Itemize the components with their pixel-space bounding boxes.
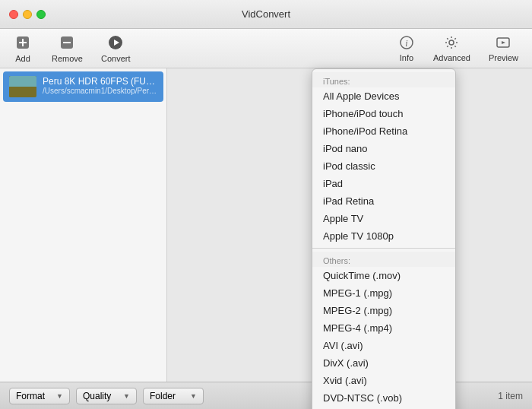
file-info: Peru 8K HDR 60FPS (FUHD).mp4 /Users/scma… bbox=[43, 76, 157, 95]
menu-item-all-apple[interactable]: All Apple Devices bbox=[312, 87, 455, 105]
format-dropdown-menu: iTunes: All Apple Devices iPhone/iPod to… bbox=[312, 68, 456, 409]
menu-item-iphone-retina[interactable]: iPhone/iPod Retina bbox=[312, 122, 455, 140]
menu-item-mpeg1[interactable]: MPEG-1 (.mpg) bbox=[312, 284, 455, 302]
menu-item-avi[interactable]: AVI (.avi) bbox=[312, 337, 455, 354]
svg-rect-14 bbox=[9, 87, 36, 97]
menu-item-dvd-ntsc[interactable]: DVD-NTSC (.vob) bbox=[312, 389, 455, 407]
toolbar-right: i Info Advanced Preview bbox=[391, 31, 526, 65]
info-icon: i bbox=[398, 34, 415, 51]
toolbar: Add Remove Convert bbox=[0, 29, 532, 68]
add-button[interactable]: Add bbox=[6, 30, 40, 66]
itunes-section-header: iTunes: bbox=[312, 72, 455, 87]
toolbar-left: Add Remove Convert bbox=[6, 30, 391, 66]
convert-label: Convert bbox=[101, 54, 131, 63]
menu-item-apple-tv[interactable]: Apple TV bbox=[312, 210, 455, 227]
remove-icon bbox=[58, 33, 76, 52]
svg-marker-11 bbox=[502, 41, 505, 44]
format-label: Format bbox=[16, 391, 45, 401]
right-panel: iTunes: All Apple Devices iPhone/iPod to… bbox=[167, 68, 532, 382]
others-section-header: Others: bbox=[312, 252, 455, 267]
advanced-button[interactable]: Advanced bbox=[426, 31, 478, 65]
preview-label: Preview bbox=[489, 53, 518, 62]
menu-item-ipod-nano[interactable]: iPod nano bbox=[312, 140, 455, 157]
quality-chevron: ▼ bbox=[123, 392, 130, 400]
svg-text:i: i bbox=[405, 38, 407, 49]
main-area: Peru 8K HDR 60FPS (FUHD).mp4 /Users/scma… bbox=[0, 68, 532, 382]
file-thumbnail bbox=[9, 76, 36, 97]
menu-item-ipad[interactable]: iPad bbox=[312, 175, 455, 192]
preview-button[interactable]: Preview bbox=[481, 31, 526, 65]
maximize-button[interactable] bbox=[36, 10, 46, 19]
format-chevron: ▼ bbox=[56, 392, 63, 400]
quality-label: Quality bbox=[83, 391, 111, 401]
menu-item-apple-tv-1080p[interactable]: Apple TV 1080p bbox=[312, 227, 455, 245]
info-label: Info bbox=[400, 53, 413, 62]
menu-item-ipod-classic[interactable]: iPod classic bbox=[312, 157, 455, 175]
add-label: Add bbox=[15, 54, 30, 63]
format-dropdown[interactable]: Format ▼ bbox=[9, 388, 70, 404]
remove-label: Remove bbox=[52, 54, 83, 63]
window-title: VidConvert bbox=[242, 8, 290, 20]
close-button[interactable] bbox=[9, 10, 18, 19]
file-list: Peru 8K HDR 60FPS (FUHD).mp4 /Users/scma… bbox=[0, 68, 167, 382]
folder-chevron: ▼ bbox=[190, 392, 197, 400]
folder-dropdown[interactable]: Folder ▼ bbox=[143, 388, 204, 404]
file-path: /Users/scmacmin1/Desktop/Peru 8K HDR 60F… bbox=[43, 87, 157, 95]
folder-label: Folder bbox=[150, 391, 176, 401]
add-icon bbox=[14, 33, 32, 52]
menu-item-mpeg2[interactable]: MPEG-2 (.mpg) bbox=[312, 302, 455, 319]
section-divider-1 bbox=[312, 248, 455, 249]
traffic-lights bbox=[0, 10, 46, 19]
file-name: Peru 8K HDR 60FPS (FUHD).mp4 bbox=[43, 76, 157, 87]
menu-item-xvid[interactable]: Xvid (.avi) bbox=[312, 372, 455, 389]
minimize-button[interactable] bbox=[23, 10, 32, 19]
menu-item-iphone-touch[interactable]: iPhone/iPod touch bbox=[312, 105, 455, 122]
remove-button[interactable]: Remove bbox=[46, 30, 89, 66]
menu-item-quicktime[interactable]: QuickTime (.mov) bbox=[312, 267, 455, 284]
gear-icon bbox=[443, 34, 460, 51]
svg-point-9 bbox=[449, 40, 454, 45]
menu-item-divx[interactable]: DivX (.avi) bbox=[312, 354, 455, 372]
menu-item-mpeg4[interactable]: MPEG-4 (.mp4) bbox=[312, 319, 455, 337]
quality-dropdown[interactable]: Quality ▼ bbox=[76, 388, 137, 404]
menu-item-ipad-retina[interactable]: iPad Retina bbox=[312, 192, 455, 210]
convert-icon bbox=[106, 33, 125, 52]
preview-icon bbox=[495, 34, 511, 51]
convert-button[interactable]: Convert bbox=[95, 30, 137, 66]
info-button[interactable]: i Info bbox=[391, 31, 423, 65]
titlebar: VidConvert bbox=[0, 0, 532, 29]
svg-rect-13 bbox=[9, 76, 36, 87]
file-item[interactable]: Peru 8K HDR 60FPS (FUHD).mp4 /Users/scma… bbox=[3, 71, 163, 102]
item-count: 1 item bbox=[498, 391, 523, 401]
advanced-label: Advanced bbox=[433, 53, 470, 62]
